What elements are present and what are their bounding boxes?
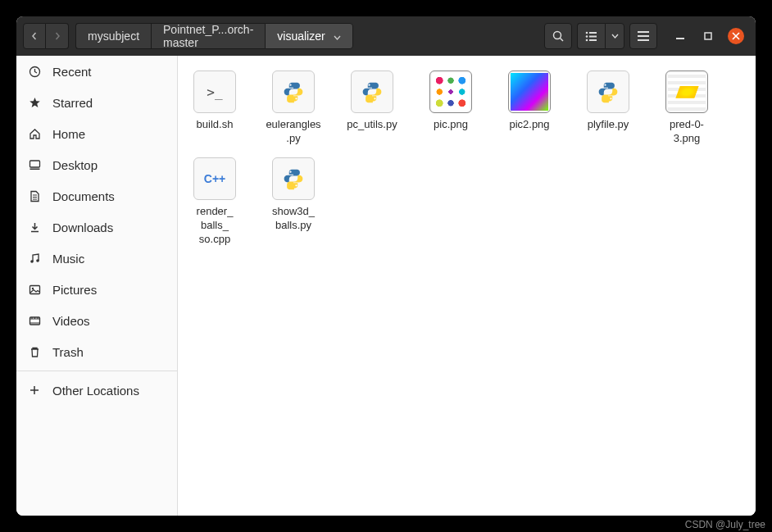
file-name-label: pic2.png [509, 118, 549, 132]
file-py-icon [351, 70, 393, 113]
file-name-label: build.sh [197, 118, 234, 132]
file-item[interactable]: pc_utils.py [343, 70, 401, 146]
trash-icon [28, 346, 41, 358]
sidebar-item-label: Home [52, 127, 85, 141]
file-py-icon [272, 70, 315, 113]
window-body: RecentStarredHomeDesktopDocumentsDownloa… [16, 56, 756, 516]
minimize-button[interactable] [672, 28, 688, 44]
sidebar-item-downloads[interactable]: Downloads [16, 211, 177, 243]
svg-point-40 [289, 171, 291, 172]
sidebar-item-label: Music [52, 252, 84, 266]
sidebar-item-label: Downloads [52, 221, 113, 234]
svg-rect-12 [705, 33, 711, 39]
file-name-label: pc_utils.py [347, 118, 397, 132]
svg-point-23 [36, 259, 39, 262]
plus-icon [28, 384, 41, 396]
sidebar: RecentStarredHomeDesktopDocumentsDownloa… [16, 56, 178, 516]
svg-rect-10 [638, 39, 649, 41]
list-icon [585, 31, 597, 42]
file-name-label: plyfile.py [588, 118, 629, 132]
file-cpp-icon: C++ [193, 157, 236, 200]
watermark: CSDN @July_tree [685, 519, 765, 530]
svg-point-39 [610, 98, 611, 99]
file-name-label: eulerangles.py [265, 118, 322, 146]
sidebar-item-trash[interactable]: Trash [16, 336, 177, 367]
svg-point-41 [295, 184, 297, 186]
search-icon [552, 30, 565, 43]
window-controls [672, 28, 744, 44]
path-segment-pointnet[interactable]: Pointnet_P...orch-master [151, 23, 265, 49]
close-button[interactable] [728, 28, 744, 44]
file-name-label: render_balls_so.cpp [186, 205, 243, 247]
file-item[interactable]: >_build.sh [186, 70, 243, 146]
svg-rect-9 [638, 35, 649, 37]
hamburger-icon [638, 31, 649, 41]
file-py-icon [272, 157, 315, 200]
sidebar-item-recent[interactable]: Recent [16, 56, 177, 87]
back-button[interactable] [23, 23, 46, 49]
sidebar-item-starred[interactable]: Starred [16, 87, 177, 118]
svg-rect-5 [589, 35, 597, 37]
svg-rect-7 [589, 39, 597, 41]
svg-rect-16 [30, 161, 39, 167]
svg-line-1 [560, 38, 563, 41]
chevron-right-icon [53, 32, 61, 40]
file-name-label: pic.png [434, 118, 468, 132]
view-mode-dropdown[interactable] [605, 23, 624, 49]
file-item[interactable]: plyfile.py [579, 70, 637, 146]
file-item[interactable]: eulerangles.py [265, 70, 322, 146]
path-segment-visualizer[interactable]: visualizer [265, 23, 352, 49]
sidebar-item-home[interactable]: Home [16, 118, 177, 149]
music-icon [28, 252, 41, 265]
file-item[interactable]: show3d_balls.py [265, 157, 322, 247]
sidebar-item-label: Other Locations [52, 384, 139, 398]
sidebar-separator [16, 371, 177, 371]
svg-point-2 [586, 31, 588, 34]
sidebar-item-label: Starred [52, 96, 93, 110]
path-segment-mysubject[interactable]: mysubject [75, 23, 151, 49]
nav-buttons [23, 23, 69, 49]
sidebar-item-label: Desktop [52, 158, 98, 172]
maximize-button[interactable] [700, 28, 716, 44]
sidebar-item-videos[interactable]: Videos [16, 305, 177, 336]
file-item[interactable]: pic.png [422, 70, 479, 146]
sidebar-item-documents[interactable]: Documents [16, 180, 177, 211]
sidebar-item-pictures[interactable]: Pictures [16, 274, 177, 305]
header-bar: mysubject Pointnet_P...orch-master visua… [16, 16, 756, 56]
file-item[interactable]: pic2.png [501, 70, 558, 146]
svg-point-38 [604, 84, 606, 86]
sidebar-item-label: Recent [52, 65, 92, 79]
svg-point-22 [30, 260, 34, 263]
file-grid[interactable]: >_build.sheulerangles.pypc_utils.pypic.p… [178, 56, 756, 516]
file-manager-window: mysubject Pointnet_P...orch-master visua… [16, 16, 756, 516]
file-py-icon [587, 70, 629, 113]
sidebar-item-label: Pictures [52, 283, 97, 297]
sidebar-item-desktop[interactable]: Desktop [16, 149, 177, 180]
file-img-icon [508, 70, 551, 113]
sidebar-item-music[interactable]: Music [16, 243, 177, 274]
svg-rect-24 [30, 285, 39, 293]
sidebar-item-other-locations[interactable]: Other Locations [16, 375, 177, 406]
search-button[interactable] [544, 23, 572, 49]
clock-icon [28, 66, 41, 78]
svg-point-4 [586, 35, 588, 38]
sidebar-item-label: Trash [52, 345, 84, 359]
chevron-down-icon [611, 34, 619, 39]
svg-rect-17 [30, 168, 39, 170]
hamburger-menu-button[interactable] [629, 23, 657, 49]
chevron-left-icon [30, 32, 39, 40]
minimize-icon [676, 32, 684, 40]
chevron-down-icon [334, 30, 341, 43]
documents-icon [28, 190, 41, 202]
file-item[interactable]: C++render_balls_so.cpp [186, 157, 243, 247]
path-segment-label: visualizer [277, 30, 325, 43]
list-view-button[interactable] [577, 23, 605, 49]
forward-button[interactable] [46, 23, 69, 49]
downloads-icon [28, 221, 41, 234]
sidebar-item-label: Documents [52, 189, 115, 203]
sidebar-item-label: Videos [52, 314, 90, 328]
svg-point-35 [295, 98, 297, 99]
svg-point-37 [374, 98, 375, 99]
file-item[interactable]: pred-0-3.png [658, 70, 715, 146]
videos-icon [28, 315, 41, 327]
